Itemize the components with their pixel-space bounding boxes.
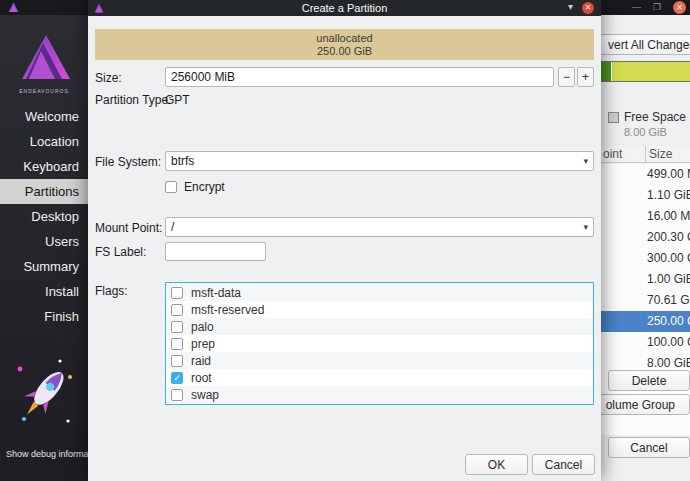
flag-checkbox[interactable]: ✓ — [171, 287, 183, 299]
create-partition-dialog: Create a Partition ▾ ✕ unallocated 250.0… — [88, 0, 601, 481]
flags-label: Flags: — [95, 284, 128, 298]
sidebar-item-keyboard[interactable]: Keyboard — [0, 154, 88, 179]
flag-checkbox[interactable]: ✓ — [171, 389, 183, 401]
column-header-size[interactable]: Size — [645, 146, 690, 162]
chevron-down-icon: ▾ — [583, 222, 588, 232]
flag-label: prep — [191, 337, 215, 351]
table-row[interactable]: 200.30 GiB — [601, 227, 690, 248]
size-input[interactable]: 256000 MiB — [165, 67, 554, 87]
flag-item-swap[interactable]: ✓ swap — [166, 386, 593, 403]
sidebar-item-location[interactable]: Location — [0, 129, 88, 154]
installer-sidebar: ENDEAVOUROS Welcome Location Keyboard Pa… — [0, 15, 88, 481]
flag-item-root[interactable]: ✓ root — [166, 369, 593, 386]
partition-page-right-panel: vert All Changes Free Space 8.00 GiB oin… — [601, 15, 690, 481]
free-space-size: 8.00 GiB — [624, 126, 686, 138]
flag-label: root — [191, 371, 212, 385]
maximize-icon[interactable]: ❐ — [653, 0, 661, 15]
encrypt-label: Encrypt — [184, 180, 225, 194]
dialog-title: Create a Partition — [88, 2, 601, 14]
delete-button[interactable]: Delete — [608, 370, 690, 391]
mount-point-label: Mount Point: — [95, 221, 162, 235]
panel-cancel-button[interactable]: Cancel — [608, 437, 690, 458]
flags-list: ✓ msft-data ✓ msft-reserved ✓ palo ✓ pre… — [165, 282, 594, 405]
flag-label: palo — [191, 320, 214, 334]
flag-item-msft-data[interactable]: ✓ msft-data — [166, 284, 593, 301]
dialog-close-icon[interactable]: ✕ — [582, 2, 594, 14]
chevron-down-icon: ▾ — [583, 156, 588, 166]
unallocated-size: 250.00 GiB — [317, 45, 372, 58]
mount-point-select[interactable]: / ▾ — [165, 217, 594, 237]
flag-item-raid[interactable]: ✓ raid — [166, 352, 593, 369]
flag-checkbox[interactable]: ✓ — [171, 304, 183, 316]
partition-table-header: oint Size — [601, 146, 690, 163]
close-icon[interactable]: ✕ — [673, 1, 686, 14]
file-system-label: File System: — [95, 155, 161, 169]
free-space-label: Free Space — [624, 110, 686, 124]
flag-label: raid — [191, 354, 211, 368]
dialog-titlebar[interactable]: Create a Partition ▾ ✕ — [88, 0, 601, 16]
mount-point-value: / — [171, 220, 174, 234]
unallocated-label: unallocated — [316, 32, 372, 45]
endeavouros-logo-icon — [16, 33, 72, 83]
partition-overview-bar — [591, 61, 690, 82]
flag-checkbox[interactable]: ✓ — [171, 372, 183, 384]
partition-segment-yellow — [612, 62, 690, 81]
sidebar-item-users[interactable]: Users — [0, 229, 88, 254]
encrypt-checkbox[interactable]: ✓ — [165, 181, 177, 193]
table-row[interactable]: 300.00 GiB — [601, 248, 690, 269]
endeavouros-logo: ENDEAVOUROS — [0, 33, 88, 94]
size-decrement-button[interactable]: − — [558, 67, 575, 87]
column-header-mount-point[interactable]: oint — [601, 146, 645, 162]
cancel-button[interactable]: Cancel — [532, 454, 595, 475]
partition-type-label: Partition Type: — [95, 93, 172, 107]
installer-steps-nav: Welcome Location Keyboard Partitions Des… — [0, 104, 88, 329]
ok-button[interactable]: OK — [465, 454, 528, 475]
minimize-icon[interactable]: — — [632, 0, 641, 15]
flag-item-palo[interactable]: ✓ palo — [166, 318, 593, 335]
endeavouros-app-icon — [8, 2, 19, 13]
sidebar-item-welcome[interactable]: Welcome — [0, 104, 88, 129]
flag-label: msft-data — [191, 286, 241, 300]
table-row[interactable]: 70.61 GiB — [601, 290, 690, 311]
fs-label-label: FS Label: — [95, 245, 146, 259]
flag-checkbox[interactable]: ✓ — [171, 355, 183, 367]
file-system-value: btrfs — [171, 154, 194, 168]
flag-checkbox[interactable]: ✓ — [171, 338, 183, 350]
sidebar-item-summary[interactable]: Summary — [0, 254, 88, 279]
sidebar-item-partitions[interactable]: Partitions — [0, 179, 88, 204]
table-row[interactable]: 1.00 GiB — [601, 269, 690, 290]
flag-checkbox[interactable]: ✓ — [171, 321, 183, 333]
sidebar-item-desktop[interactable]: Desktop — [0, 204, 88, 229]
table-row[interactable]: 499.00 MiB — [601, 164, 690, 185]
logo-text: ENDEAVOUROS — [0, 88, 88, 94]
sidebar-item-install[interactable]: Install — [0, 279, 88, 304]
size-label: Size: — [95, 71, 122, 85]
window-controls: — ❐ ✕ — [632, 0, 686, 15]
sidebar-item-finish[interactable]: Finish — [0, 304, 88, 329]
free-space-swatch — [608, 112, 619, 123]
file-system-select[interactable]: btrfs ▾ — [165, 151, 594, 171]
table-row[interactable]: 16.00 MiB — [601, 206, 690, 227]
table-row[interactable]: 100.00 GiB — [601, 332, 690, 353]
flag-label: msft-reserved — [191, 303, 264, 317]
rocket-illustration — [10, 355, 80, 435]
table-row-selected[interactable]: 250.00 GiB — [601, 311, 690, 332]
partition-type-value: GPT — [165, 93, 190, 107]
fs-label-input[interactable] — [165, 242, 266, 261]
flag-label: swap — [191, 388, 219, 402]
size-increment-button[interactable]: + — [577, 67, 594, 87]
flag-item-msft-reserved[interactable]: ✓ msft-reserved — [166, 301, 593, 318]
screen: — ❐ ✕ ENDEAVOUROS Welcome Location Keybo — [0, 0, 690, 481]
dialog-minimize-icon[interactable]: ▾ — [568, 1, 573, 12]
unallocated-space-preview: unallocated 250.00 GiB — [95, 29, 594, 60]
encrypt-checkbox-row[interactable]: ✓ Encrypt — [165, 180, 225, 194]
flag-item-prep[interactable]: ✓ prep — [166, 335, 593, 352]
table-row[interactable]: 1.10 GiB — [601, 185, 690, 206]
show-debug-information-link[interactable]: Show debug informa — [6, 449, 89, 459]
free-space-legend: Free Space 8.00 GiB — [608, 110, 686, 138]
